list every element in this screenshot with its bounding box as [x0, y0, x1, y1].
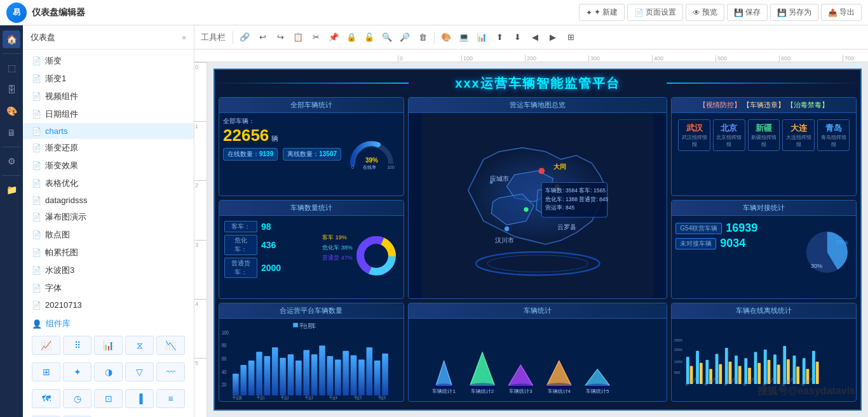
- sidebar-item-font[interactable]: 📄 字体: [23, 279, 194, 297]
- offline-num: 13507: [319, 150, 337, 157]
- comp-area-icon[interactable]: 📉: [156, 336, 185, 355]
- export-button[interactable]: 📤 导出: [821, 4, 862, 21]
- sidebar-item-gradient1[interactable]: 📄 渐变1: [23, 70, 194, 88]
- svg-rect-50: [367, 347, 373, 395]
- comp-radar-icon[interactable]: ✦: [63, 362, 92, 381]
- city-sub-dalian: 大连指挥情报: [784, 134, 813, 148]
- rail-file-icon[interactable]: 📁: [3, 181, 20, 199]
- comp-line-icon[interactable]: 📈: [32, 336, 60, 355]
- svg-rect-33: [233, 374, 239, 395]
- toolbar-chart-btn[interactable]: 📊: [473, 29, 490, 46]
- sidebar-item-wave[interactable]: 📄 水波图3: [23, 261, 194, 279]
- comp-bar-icon[interactable]: 📊: [94, 336, 123, 355]
- comp-gauge-icon[interactable]: ◷: [63, 389, 92, 408]
- city-card-qingdao[interactable]: 青岛 青岛指挥情报: [817, 119, 850, 151]
- sidebar-item-waterfall[interactable]: 📄 瀑布图演示: [23, 208, 194, 226]
- toolbar-align-top[interactable]: ⬆: [491, 29, 508, 46]
- svg-rect-41: [295, 361, 302, 395]
- comp-filter-icon[interactable]: ▽: [125, 362, 154, 381]
- sidebar-item-20210713[interactable]: 📄 20210713: [23, 297, 194, 313]
- toolbar-redo-btn[interactable]: ↪: [272, 29, 288, 46]
- sidebar-item-datagrid[interactable]: 📄 datagridsss: [23, 192, 194, 208]
- sidebar-item-table-opt[interactable]: 📄 表格优化: [23, 175, 194, 192]
- sidebar-item-scatter[interactable]: 📄 散点图: [23, 226, 194, 244]
- sidebar-item-pareto[interactable]: 📄 帕累托图: [23, 244, 194, 261]
- sidebar-collapse-btn[interactable]: «: [182, 33, 186, 42]
- rail-home-icon[interactable]: 🏠: [3, 30, 20, 48]
- rail-settings-icon[interactable]: ⚙: [3, 152, 20, 170]
- count-num-hazard: 436: [261, 240, 276, 250]
- toolbar-screen-btn[interactable]: 💻: [456, 29, 472, 46]
- online-chart-svg: 2000 1500 1000 500: [673, 321, 855, 399]
- toolbar-paste-btn[interactable]: 📌: [325, 29, 342, 46]
- toolbar-distribute[interactable]: ⊞: [562, 29, 579, 46]
- toolbar-lock-btn[interactable]: 🔒: [343, 29, 360, 46]
- svg-text:平运路: 平运路: [233, 395, 241, 400]
- toolbar-delete-btn[interactable]: 🗑: [414, 29, 431, 46]
- city-card-xinjiang[interactable]: 新疆 新疆指挥情报: [748, 119, 780, 151]
- save-icon: 💾: [734, 8, 743, 17]
- comp-pie-icon[interactable]: ◑: [94, 362, 123, 381]
- rail-palette-icon[interactable]: 🎨: [3, 102, 20, 120]
- city-name-wuhan: 武汉: [680, 122, 709, 134]
- svg-text:500: 500: [674, 371, 681, 374]
- save-button[interactable]: 💾 保存: [727, 4, 768, 21]
- city-card-beijing[interactable]: 北京 北京指挥情报: [713, 119, 745, 151]
- rail-monitor-icon[interactable]: 🖥: [3, 124, 20, 142]
- ruler-top: 0 100 200 300 400 500 600 700 800 900: [194, 50, 868, 62]
- sidebar-item-gradient-effect[interactable]: 📄 渐变效果: [23, 157, 194, 175]
- toolbar-zoomin-btn[interactable]: 🔍: [379, 29, 395, 46]
- toolbar-align-bottom[interactable]: ⬇: [509, 29, 526, 46]
- rail-layer-icon[interactable]: ⬚: [3, 59, 20, 77]
- comp-table-icon[interactable]: ⊞: [32, 362, 60, 381]
- toolbar-cut-btn[interactable]: ✂: [308, 29, 324, 46]
- comp-trend-icon[interactable]: 〰: [156, 362, 185, 381]
- offline-badge: 离线数量：13507: [283, 148, 341, 161]
- toolbar-align-right[interactable]: ▶: [545, 29, 561, 46]
- content-area: 工具栏 🔗 ↩ ↪ 📋 ✂ 📌 🔒 🔓 🔍 🔎 🗑 🎨 💻 📊 ⬆ ⬇ ◀ ▶ …: [194, 25, 868, 417]
- panel-vehicle-pyramid-body: 车辆统计1 车辆统计2 车辆统计3: [409, 319, 667, 401]
- sidebar-item-date[interactable]: 📄 日期组件: [23, 105, 194, 123]
- stat-big-unlinked: 9034: [720, 237, 745, 250]
- comp-map-icon[interactable]: 🗺: [32, 389, 60, 408]
- sidebar-item-charts[interactable]: 📄 charts: [23, 123, 194, 139]
- sidebar-item-gradient-restore[interactable]: 📄 渐变还原: [23, 139, 194, 157]
- new-button[interactable]: ✦ ✦ 新建: [579, 4, 625, 21]
- comp-grid-icon[interactable]: ⊡: [94, 389, 123, 408]
- toolbar-unlock-btn[interactable]: 🔓: [361, 29, 377, 46]
- save-as-button[interactable]: 💾 另存为: [770, 4, 818, 21]
- panel-map-title: 营运车辆地图总览: [409, 98, 667, 113]
- svg-text:70%: 70%: [836, 239, 848, 246]
- svg-rect-51: [374, 361, 381, 395]
- bar-chart-svg: 100 80 60 40 20 平台用车: [220, 321, 402, 400]
- rail-data-icon[interactable]: 🗄: [3, 81, 20, 98]
- city-card-dalian[interactable]: 大连 大连指挥情报: [782, 119, 815, 151]
- city-name-dalian: 大连: [784, 122, 813, 134]
- preview-button[interactable]: 👁 预览: [686, 4, 724, 21]
- panel-vehicle-count: 车辆数量统计 客车： 98 危化车： 436: [219, 200, 404, 299]
- ruler-mark-700: 700: [843, 55, 868, 62]
- toolbar-label: 工具栏: [201, 32, 226, 43]
- online-badge: 在线数量：9139: [223, 148, 278, 161]
- sidebar-list: 📄 渐变 📄 渐变1 📄 视频组件 📄 日期组件 📄 charts 📄: [23, 50, 194, 417]
- sidebar-item-video[interactable]: 📄 视频组件: [23, 88, 194, 105]
- city-name-qingdao: 青岛: [819, 122, 848, 134]
- panel-security-body: 武汉 武汉指挥情报 北京 北京指挥情报 新疆 新: [672, 113, 856, 195]
- sidebar-item-gradient[interactable]: 📄 渐变: [23, 52, 194, 70]
- comp-funnel-icon[interactable]: ⧖: [125, 336, 154, 355]
- gauge-svg: 39% 0 100 在线率: [346, 132, 397, 170]
- toolbar-copy-btn[interactable]: 📋: [290, 29, 306, 46]
- svg-text:平运4: 平运4: [329, 395, 337, 400]
- toolbar-zoomout-btn[interactable]: 🔎: [397, 29, 413, 46]
- comp-column-icon[interactable]: ▐: [125, 389, 154, 408]
- toolbar-color-btn[interactable]: 🎨: [438, 29, 454, 46]
- comp-hbar-icon[interactable]: ≡: [156, 389, 185, 408]
- city-card-wuhan[interactable]: 武汉 武汉指挥情报: [678, 119, 710, 151]
- toolbar-align-left[interactable]: ◀: [527, 29, 543, 46]
- toolbar-link-btn[interactable]: 🔗: [236, 29, 253, 46]
- ruler-mark-300: 300: [588, 55, 652, 62]
- comp-scatter-icon[interactable]: ⠿: [63, 336, 92, 355]
- toolbar-undo-btn[interactable]: ↩: [254, 29, 271, 46]
- svg-text:平台用车: 平台用车: [299, 322, 316, 330]
- page-settings-button[interactable]: 📄 页面设置: [627, 4, 683, 21]
